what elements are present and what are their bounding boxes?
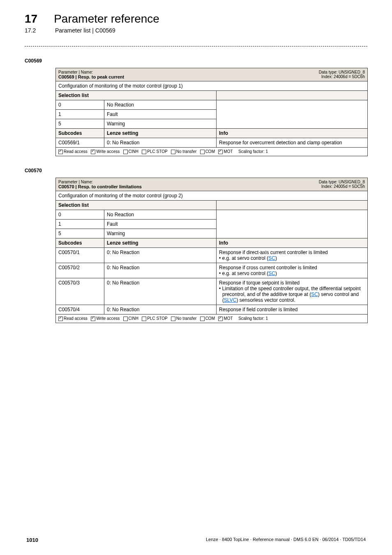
empty-cell — [217, 100, 368, 129]
slvc-link[interactable]: SLVC — [224, 297, 236, 303]
sc-link[interactable]: SC — [268, 255, 275, 261]
mot-checkbox — [218, 150, 223, 154]
mot-label: MOT — [224, 149, 233, 154]
empty-cell — [217, 200, 368, 210]
chapter-number: 17 — [25, 12, 37, 25]
access-footer: Read access Write access CINH PLC STOP N… — [56, 148, 368, 156]
sc-link[interactable]: SC — [268, 271, 275, 276]
cinh-checkbox — [123, 317, 128, 321]
cinh-label: CINH — [129, 316, 138, 321]
param-description: Configuration of monitoring of the motor… — [56, 191, 368, 200]
info-text: Response if torque setpoint is limited — [219, 280, 300, 286]
param-description: Configuration of monitoring of the motor… — [56, 81, 368, 91]
subcode-value: C00570/3 — [56, 278, 104, 305]
param-table-c00569: Parameter | Name: C00569 | Resp. to peak… — [55, 68, 368, 156]
lenze-setting-header: Lenze setting — [104, 129, 217, 138]
info-header: Info — [217, 238, 368, 247]
no-transfer-label: No transfer — [176, 316, 196, 321]
lenze-setting-value: 0: No Reaction — [104, 138, 217, 148]
read-access-checkbox — [58, 317, 63, 321]
no-transfer-checkbox — [171, 150, 175, 154]
plc-stop-checkbox — [142, 317, 146, 321]
param-name-label: Parameter | Name: — [58, 180, 142, 184]
com-label: COM — [205, 149, 215, 154]
chapter-title: Parameter reference — [54, 12, 159, 25]
info-text: Response if direct-axis current controll… — [219, 250, 328, 255]
empty-cell — [217, 91, 368, 100]
subcode-value: C00570/1 — [56, 247, 104, 263]
cinh-label: CINH — [129, 149, 138, 154]
info-value: Response if torque setpoint is limited •… — [217, 278, 368, 305]
doc-info: Lenze · 8400 TopLine · Reference manual … — [206, 537, 366, 543]
info-text: Response if cross current controller is … — [219, 265, 317, 271]
read-access-checkbox — [58, 150, 63, 154]
selection-text: No Reaction — [104, 100, 217, 110]
info-header: Info — [217, 129, 368, 138]
write-access-label: Write access — [96, 316, 120, 321]
info-text: ) sensorless vector control. — [236, 297, 295, 303]
lenze-setting-value: 0: No Reaction — [104, 247, 217, 263]
lenze-setting-value: 0: No Reaction — [104, 278, 217, 305]
section-title: Parameter list | C00569 — [55, 27, 115, 34]
cinh-checkbox — [123, 150, 128, 154]
lenze-setting-value: 0: No Reaction — [104, 305, 217, 314]
lenze-setting-value: 0: No Reaction — [104, 263, 217, 278]
data-type: Data type: UNSIGNED_8 — [319, 180, 365, 184]
no-transfer-label: No transfer — [176, 149, 196, 154]
param-name: C00570 | Resp. to controller limitations — [58, 184, 142, 189]
index-value: Index: 24005d = 5DC5h — [319, 184, 365, 189]
selection-text: Warning — [104, 229, 217, 238]
mot-checkbox — [218, 317, 223, 321]
section-number: 17.2 — [25, 27, 39, 34]
info-text: ) — [275, 271, 277, 276]
read-access-label: Read access — [64, 316, 88, 321]
com-label: COM — [205, 316, 215, 321]
selection-num: 5 — [56, 229, 104, 238]
subcode-value: C00570/4 — [56, 305, 104, 314]
scaling-factor: Scaling factor: 1 — [238, 149, 268, 154]
no-transfer-checkbox — [171, 317, 175, 321]
selection-num: 1 — [56, 219, 104, 229]
selection-list-header: Selection list — [56, 200, 217, 210]
subcode-value: C00569/1 — [56, 138, 104, 148]
selection-num: 0 — [56, 210, 104, 219]
empty-cell — [217, 210, 368, 238]
param-heading: C00569 — [25, 58, 367, 64]
read-access-label: Read access — [64, 149, 88, 154]
info-bullet: • e.g. at servo control ( — [219, 271, 268, 276]
index-value: Index: 24006d = 5DC6h — [319, 74, 365, 79]
info-value: Response if cross current controller is … — [217, 263, 368, 278]
selection-list-header: Selection list — [56, 91, 217, 100]
com-checkbox — [200, 317, 205, 321]
write-access-checkbox — [91, 317, 95, 321]
info-bullet: • e.g. at servo control ( — [219, 255, 268, 261]
subcodes-header: Subcodes — [56, 238, 104, 247]
param-table-c00570: Parameter | Name: C00570 | Resp. to cont… — [55, 178, 368, 323]
param-name: C00569 | Resp. to peak current — [58, 74, 124, 79]
selection-text: Fault — [104, 110, 217, 119]
selection-text: Fault — [104, 219, 217, 229]
info-value: Response if field controller is limited — [217, 305, 368, 314]
plc-stop-label: PLC STOP — [147, 149, 167, 154]
mot-label: MOT — [224, 316, 233, 321]
write-access-checkbox — [91, 150, 95, 154]
scaling-factor: Scaling factor: 1 — [238, 316, 268, 321]
selection-num: 0 — [56, 100, 104, 110]
access-footer: Read access Write access CINH PLC STOP N… — [56, 314, 368, 323]
param-heading: C00570 — [25, 168, 367, 173]
sc-link[interactable]: SC — [311, 291, 318, 297]
data-type: Data type: UNSIGNED_8 — [319, 70, 365, 74]
info-value: Response for overcurrent detection and c… — [217, 138, 368, 148]
plc-stop-label: PLC STOP — [147, 316, 167, 321]
write-access-label: Write access — [96, 149, 120, 154]
subcodes-header: Subcodes — [56, 129, 104, 138]
param-name-label: Parameter | Name: — [58, 70, 124, 74]
plc-stop-checkbox — [142, 150, 146, 154]
info-text: ) — [275, 255, 277, 261]
info-value: Response if direct-axis current controll… — [217, 247, 368, 263]
subcode-value: C00570/2 — [56, 263, 104, 278]
selection-num: 5 — [56, 119, 104, 129]
lenze-setting-header: Lenze setting — [104, 238, 217, 247]
selection-text: No Reaction — [104, 210, 217, 219]
com-checkbox — [200, 150, 205, 154]
